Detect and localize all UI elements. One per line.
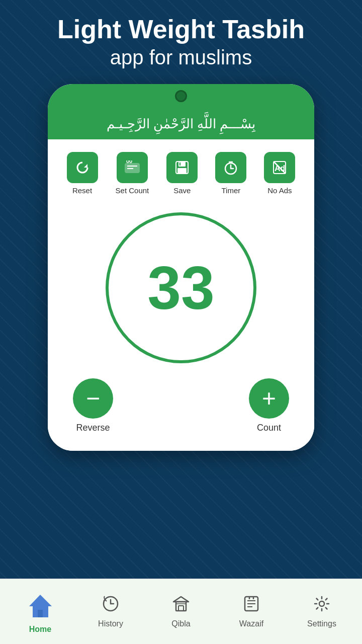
count-button[interactable]: + Count [249, 378, 289, 433]
set-count-icon: 00 [117, 152, 148, 183]
set-count-button[interactable]: 00 Set Count [116, 152, 149, 195]
svg-rect-18 [38, 610, 43, 617]
svg-rect-22 [178, 606, 184, 611]
no-ads-label: No Ads [267, 186, 292, 195]
nav-wazaif-label: Wazaif [239, 619, 263, 628]
timer-label: Timer [221, 186, 240, 195]
wazaif-icon [242, 595, 260, 617]
qibla-icon [172, 595, 190, 617]
reverse-icon: − [73, 378, 113, 419]
bottom-navigation: Home History Qibla [0, 579, 362, 644]
reset-button[interactable]: Reset [67, 152, 98, 195]
count-label: Count [257, 423, 281, 433]
count-controls: − Reverse + Count [58, 373, 304, 443]
nav-home[interactable]: Home [5, 586, 75, 638]
no-ads-icon: Ad [264, 152, 295, 183]
reverse-label: Reverse [76, 423, 110, 433]
app-title-line1: Light Weight Tasbih [10, 15, 352, 44]
action-buttons-row: Reset 00 Set Count [58, 147, 304, 197]
count-icon: + [249, 378, 289, 419]
header-section: Light Weight Tasbih app for muslims [0, 0, 362, 79]
counter-number: 33 [147, 258, 214, 318]
svg-rect-8 [179, 163, 180, 166]
reset-icon [67, 152, 98, 183]
nav-settings[interactable]: Settings [287, 591, 357, 632]
nav-settings-label: Settings [307, 619, 336, 628]
counter-circle[interactable]: 33 [106, 212, 256, 363]
nav-history-label: History [98, 619, 123, 628]
svg-rect-7 [177, 168, 187, 173]
nav-qibla-label: Qibla [171, 619, 190, 628]
history-icon [102, 595, 120, 617]
no-ads-button[interactable]: Ad No Ads [264, 152, 295, 195]
phone-mockup: بِسْـــمِ اللَّهِ الرَّحْمٰنِ الرَّجِـيـ… [48, 84, 314, 451]
reverse-button[interactable]: − Reverse [73, 378, 113, 433]
save-button[interactable]: Save [166, 152, 198, 195]
nav-home-label: Home [29, 625, 51, 634]
svg-marker-21 [173, 597, 189, 602]
svg-marker-0 [84, 164, 87, 168]
app-title-line2: app for muslims [10, 46, 352, 69]
settings-icon [313, 595, 331, 617]
timer-button[interactable]: Timer [215, 152, 246, 195]
arabic-bismillah: بِسْـــمِ اللَّهِ الرَّحْمٰنِ الرَّجِـيـ… [107, 116, 256, 132]
save-label: Save [173, 186, 191, 195]
save-icon [166, 152, 198, 183]
svg-point-30 [319, 601, 324, 606]
set-count-label: Set Count [116, 186, 149, 195]
nav-qibla[interactable]: Qibla [146, 591, 216, 632]
nav-wazaif[interactable]: Wazaif [216, 591, 287, 632]
svg-text:00: 00 [126, 160, 132, 164]
nav-history[interactable]: History [75, 591, 146, 632]
reset-label: Reset [72, 186, 92, 195]
phone-body: Reset 00 Set Count [48, 139, 314, 451]
home-icon [23, 590, 58, 622]
counter-area: 33 [58, 197, 304, 373]
phone-header: بِسْـــمِ اللَّهِ الرَّحْمٰنِ الرَّجِـيـ… [48, 84, 314, 139]
timer-icon [215, 152, 246, 183]
